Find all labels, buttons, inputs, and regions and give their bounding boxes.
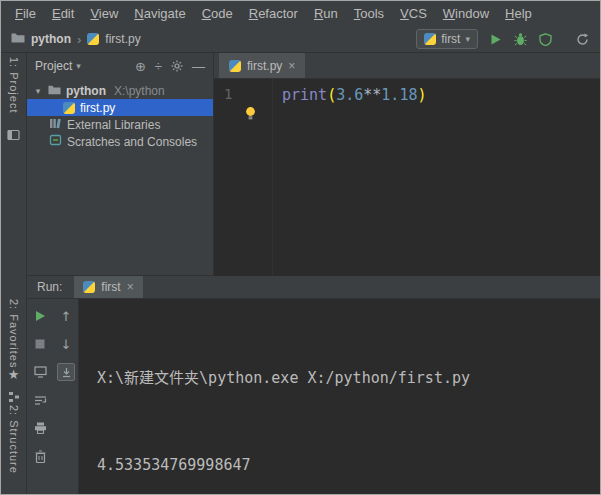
trash-icon[interactable] (31, 447, 49, 465)
project-panel-title[interactable]: Project (35, 59, 72, 73)
tree-item-python-folder[interactable]: ▾ python X:\python (27, 82, 213, 99)
locate-icon[interactable]: ⊕ (135, 59, 146, 74)
code-editor[interactable]: 1 print(3.6**1.18) (214, 79, 600, 276)
run-panel-label: Run: (37, 280, 62, 294)
menu-file[interactable]: File (7, 6, 44, 21)
project-tool-window: Project ▾ ⊕ ÷ — ▾ python X:\python first… (27, 53, 214, 276)
restore-layout-icon[interactable] (31, 363, 49, 381)
menu-vcs[interactable]: VCS (392, 6, 435, 21)
code-line: print(3.6**1.18) (282, 86, 427, 104)
project-panel-header: Project ▾ ⊕ ÷ — (27, 53, 213, 79)
collapse-all-icon[interactable]: ÷ (155, 59, 162, 74)
menu-refactor[interactable]: Refactor (241, 6, 306, 21)
scroll-to-end-icon[interactable] (57, 363, 75, 381)
tree-item-label: first.py (80, 101, 115, 115)
breadcrumb-separator: › (77, 32, 81, 47)
menu-tools[interactable]: Tools (346, 6, 392, 21)
tree-item-first-py[interactable]: first.py (27, 99, 213, 116)
tool-button-structure-label: 2: Structure (8, 405, 20, 474)
console-line: 4.533534769998647 (97, 451, 600, 480)
close-tab-icon[interactable]: × (127, 280, 134, 294)
python-file-icon (229, 60, 241, 72)
pycharm-window: File Edit View Navigate Code Refactor Ru… (0, 0, 601, 495)
chevron-down-icon[interactable]: ▾ (33, 86, 43, 96)
tool-button-structure[interactable]: 2: Structure (1, 405, 26, 474)
menu-help[interactable]: Help (497, 6, 540, 21)
code-token: ) (417, 86, 426, 104)
run-tool-window: Run: first × ↑ ↓ X:\新建文件夹\python.exe X:/… (27, 276, 600, 494)
tree-item-path: X:\python (114, 84, 165, 98)
menu-window[interactable]: Window (435, 6, 497, 21)
hide-panel-icon[interactable]: — (192, 59, 205, 74)
code-token: 1.18 (381, 86, 417, 104)
star-icon[interactable]: ★ (1, 367, 26, 382)
menu-view[interactable]: View (82, 6, 126, 21)
editor-tab-label: first.py (247, 59, 282, 73)
navigation-toolbar: python › first.py first ▾ (1, 26, 600, 53)
lightbulb-icon[interactable] (244, 106, 257, 124)
up-arrow-icon[interactable]: ↑ (57, 307, 75, 325)
editor-area: first.py × 1 print(3.6**1.18) (214, 53, 600, 276)
run-tab-label: first (101, 280, 120, 294)
debug-button[interactable] (512, 31, 528, 47)
run-toolbar: first ▾ (416, 29, 600, 49)
tree-item-label: External Libraries (67, 118, 160, 132)
menu-navigate[interactable]: Navigate (126, 6, 193, 21)
menu-edit[interactable]: Edit (44, 6, 82, 21)
python-logo-icon (87, 33, 99, 45)
folder-icon (48, 84, 61, 98)
scratches-icon (49, 134, 62, 149)
run-panel-header: Run: first × (27, 276, 600, 299)
tree-item-label: Scratches and Consoles (67, 135, 197, 149)
python-file-icon (83, 281, 95, 293)
soft-wrap-icon[interactable] (31, 391, 49, 409)
tree-item-scratches[interactable]: Scratches and Consoles (27, 133, 213, 150)
editor-tab-bar: first.py × (214, 53, 600, 79)
coverage-button[interactable] (537, 31, 553, 47)
structure-icon[interactable] (1, 391, 26, 403)
breadcrumb-project[interactable]: python (31, 32, 71, 46)
breadcrumb: python › first.py (1, 32, 141, 47)
run-button[interactable] (487, 31, 503, 47)
sync-button[interactable] (574, 31, 590, 47)
tool-button-favorites-label: 2: Favorites (8, 299, 20, 368)
breadcrumb-file[interactable]: first.py (105, 32, 140, 46)
chevron-down-icon: ▾ (465, 34, 470, 44)
project-tool-icon[interactable] (1, 129, 26, 141)
tree-item-external-libraries[interactable]: External Libraries (27, 116, 213, 133)
code-token: ** (363, 86, 381, 104)
tree-item-label: python (66, 84, 106, 98)
menu-code[interactable]: Code (194, 6, 241, 21)
console-line: X:\新建文件夹\python.exe X:/python/first.py (97, 364, 600, 393)
libraries-icon (49, 117, 62, 132)
editor-tab-first-py[interactable]: first.py × (219, 53, 305, 78)
menu-bar: File Edit View Navigate Code Refactor Ru… (1, 1, 600, 26)
console-output[interactable]: X:\新建文件夹\python.exe X:/python/first.py 4… (79, 299, 600, 494)
tool-button-project[interactable]: 1: Project (1, 57, 26, 113)
project-tree: ▾ python X:\python first.py External Lib… (27, 79, 213, 150)
tool-button-project-label: 1: Project (8, 57, 20, 113)
settings-gear-icon[interactable] (171, 60, 183, 72)
code-token: ( (327, 86, 336, 104)
folder-icon (11, 32, 25, 46)
stop-icon[interactable] (31, 335, 49, 353)
down-arrow-icon[interactable]: ↓ (57, 335, 75, 353)
line-number: 1 (224, 86, 232, 102)
python-logo-icon (424, 33, 436, 45)
menu-run[interactable]: Run (306, 6, 346, 21)
python-file-icon (63, 102, 75, 114)
code-token: 3.6 (336, 86, 363, 104)
close-tab-icon[interactable]: × (288, 59, 295, 73)
run-toolbar-strip: ↑ ↓ (27, 299, 79, 494)
rerun-icon[interactable] (31, 307, 49, 325)
tool-button-favorites[interactable]: 2: Favorites (1, 299, 26, 368)
left-tool-stripe: 1: Project 2: Favorites ★ 2: Structure (1, 53, 27, 494)
chevron-down-icon: ▾ (76, 61, 81, 71)
run-configuration-name: first (441, 32, 460, 46)
run-configuration-select[interactable]: first ▾ (416, 29, 478, 49)
code-token: print (282, 86, 327, 104)
run-tab-first[interactable]: first × (74, 276, 142, 298)
print-icon[interactable] (31, 419, 49, 437)
